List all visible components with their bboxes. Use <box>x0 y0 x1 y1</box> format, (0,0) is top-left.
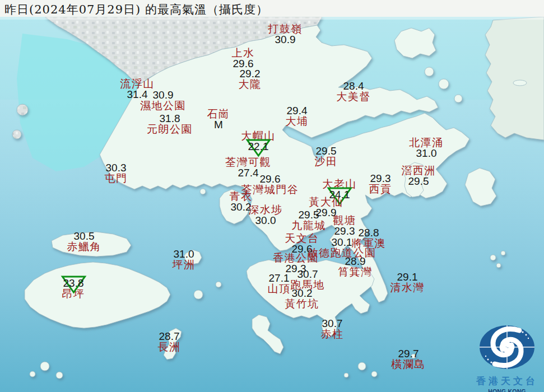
station-name: 大埔 <box>286 116 309 127</box>
station-坪洲: 31.0坪洲 <box>173 249 196 270</box>
station-temperature: 30.1 <box>308 237 376 248</box>
station-temperature: 30.2 <box>285 288 319 298</box>
station-name: 深水埗 <box>248 204 283 215</box>
station-name: 流浮山 <box>120 78 155 89</box>
station-name: 打鼓嶺 <box>268 24 303 34</box>
station-橫瀾島: 29.7橫瀾島 <box>391 348 426 370</box>
station-name: 坪洲 <box>173 259 196 270</box>
station-name: 長洲 <box>158 342 181 352</box>
station-temperature: 28.9 <box>338 256 373 267</box>
station-temperature: M <box>207 119 230 130</box>
station-name: 滘西洲 <box>401 165 436 176</box>
station-name: 元朗公園 <box>147 124 193 134</box>
station-temperature: 31.0 <box>409 148 444 158</box>
station-temperature: 30.5 <box>67 231 101 241</box>
station-筲箕灣: 28.9筲箕灣 <box>338 256 373 278</box>
station-name: 石崗 <box>207 109 230 119</box>
station-name: 清水灣 <box>390 282 425 293</box>
station-name: 西貢 <box>369 184 392 194</box>
hko-logo-text-en: HONG KONG OBSERVATORY <box>468 388 544 392</box>
station-name: 觀塘 <box>333 215 356 226</box>
station-大帽山: 大帽山22.1 <box>241 130 276 152</box>
hko-logo-icon <box>478 324 536 372</box>
station-name: 濕地公園 <box>140 100 186 111</box>
station-name: 沙田 <box>315 156 338 167</box>
station-北潭涌: 北潭涌31.0 <box>409 137 444 159</box>
station-上水: 上水29.6 <box>232 48 255 69</box>
station-赤鱲角: 30.5赤鱲角 <box>67 231 101 253</box>
station-name: 橫瀾島 <box>391 359 426 370</box>
station-name: 筲箕灣 <box>338 267 373 277</box>
station-name: 九龍城 <box>291 220 326 231</box>
station-name: 青衣 <box>230 191 253 202</box>
station-屯門: 30.3屯門 <box>105 162 128 184</box>
station-name: 香港公園 <box>273 253 319 263</box>
station-大美督: 28.4大美督 <box>336 81 371 102</box>
station-name: 赤柱 <box>321 329 344 339</box>
station-清水灣: 29.1清水灣 <box>390 272 425 293</box>
station-元朗公園: 31.8元朗公園 <box>147 113 193 135</box>
station-temperature: 31.8 <box>147 113 193 124</box>
station-temperature: 30.9 <box>268 34 303 45</box>
station-濕地公園: 30.9濕地公園 <box>140 90 186 111</box>
hko-logo-text-zh: 香港天文台 <box>468 375 544 388</box>
station-深水埗: 深水埗30.0 <box>248 204 283 226</box>
weather-map-screen: 昨日(2024年07月29日) 的最高氣溫（攝氏度） 打鼓嶺30.9上水29.6… <box>0 0 544 392</box>
station-temperature: 29.5 <box>315 146 338 156</box>
station-name: 屯門 <box>105 173 128 184</box>
station-temperature: 23.8 <box>62 278 85 288</box>
station-name: 上水 <box>232 48 255 58</box>
station-temperature: 29.6 <box>241 174 299 184</box>
hko-logo: 香港天文台 HONG KONG OBSERVATORY <box>468 324 544 392</box>
station-temperature: 29.7 <box>391 348 426 359</box>
station-name: 荃灣可觀 <box>225 157 271 167</box>
station-temperature: 29.5 <box>401 176 436 186</box>
station-temperature: 29.1 <box>390 272 425 282</box>
station-temperature: 28.4 <box>336 81 371 91</box>
station-石崗: 石崗M <box>207 109 230 130</box>
station-大隴: 29.2大隴 <box>239 68 262 90</box>
stations-layer: 打鼓嶺30.9上水29.629.2大隴流浮山31.430.9濕地公園31.8元朗… <box>0 0 544 392</box>
station-temperature: 27.1 <box>268 273 291 283</box>
station-temperature: 30.7 <box>321 318 344 329</box>
station-name: 大美督 <box>336 91 371 102</box>
station-name: 黃竹坑 <box>285 298 319 309</box>
station-temperature: 29.4 <box>286 105 309 116</box>
station-name: 大隴 <box>239 79 262 90</box>
station-昂坪: 23.8昂坪 <box>62 278 85 300</box>
station-temperature: 29.2 <box>239 68 262 79</box>
station-temperature: 30.9 <box>140 90 186 100</box>
station-打鼓嶺: 打鼓嶺30.9 <box>268 24 303 45</box>
station-temperature: 29.3 <box>369 173 392 184</box>
station-temperature: 30.7 <box>290 269 325 279</box>
station-name: 北潭涌 <box>409 137 444 148</box>
station-長洲: 28.7長洲 <box>158 331 181 353</box>
station-赤柱: 30.7赤柱 <box>321 318 344 340</box>
station-九龍城: 29.5九龍城 <box>291 209 326 231</box>
station-西貢: 29.3西貢 <box>369 173 392 195</box>
station-temperature: 29.5 <box>291 209 326 220</box>
station-滘西洲: 滘西洲29.5 <box>401 165 436 187</box>
station-temperature: 30.0 <box>248 215 283 226</box>
station-name: 赤鱲角 <box>67 241 101 252</box>
station-黃竹坑: 30.2黃竹坑 <box>285 288 319 310</box>
station-temperature: 22.1 <box>241 141 276 152</box>
station-temperature: 30.3 <box>105 162 128 173</box>
station-temperature: 28.7 <box>158 331 181 342</box>
station-name: 黃大仙 <box>309 197 343 207</box>
station-大埔: 29.4大埔 <box>286 105 309 127</box>
station-temperature: 31.0 <box>173 249 196 259</box>
station-沙田: 29.5沙田 <box>315 146 338 167</box>
